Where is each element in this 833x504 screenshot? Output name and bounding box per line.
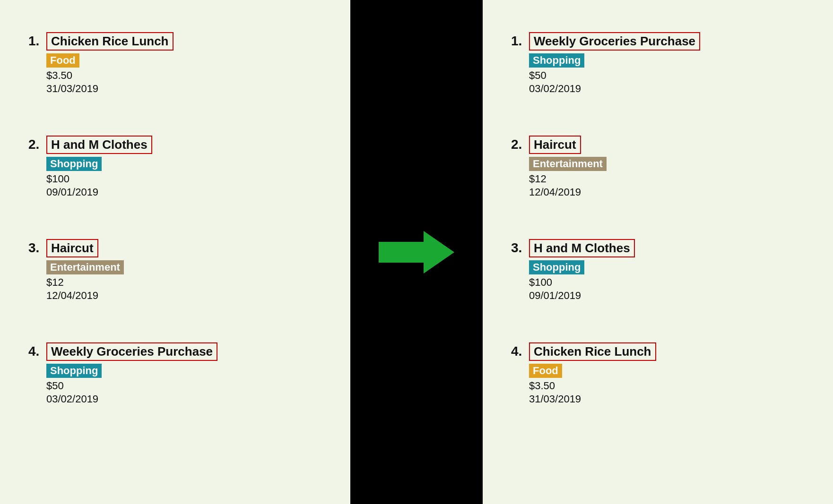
left-panel: 1. Chicken Rice Lunch Food $3.50 31/03/2… <box>0 0 350 504</box>
arrow-section <box>350 0 483 504</box>
item-number: 3. <box>511 240 525 256</box>
item-date: 31/03/2019 <box>529 393 805 405</box>
item-number: 3. <box>28 240 43 256</box>
item-amount: $12 <box>529 173 805 185</box>
list-item: 2. H and M Clothes Shopping $100 09/01/2… <box>19 122 331 212</box>
item-number: 2. <box>511 137 525 152</box>
item-title: Chicken Rice Lunch <box>46 32 174 51</box>
item-number: 4. <box>511 344 525 359</box>
item-number: 1. <box>28 34 43 49</box>
item-category: Shopping <box>529 260 584 274</box>
item-amount: $3.50 <box>529 380 805 392</box>
item-title: H and M Clothes <box>46 136 152 154</box>
item-title: Haircut <box>46 239 98 257</box>
item-title: H and M Clothes <box>529 239 635 257</box>
item-category: Shopping <box>46 364 102 378</box>
item-amount: $12 <box>46 276 322 289</box>
item-title: Haircut <box>529 136 581 154</box>
item-amount: $3.50 <box>46 69 322 82</box>
item-amount: $50 <box>46 380 322 392</box>
item-title: Weekly Groceries Purchase <box>529 32 700 51</box>
list-item: 1. Chicken Rice Lunch Food $3.50 31/03/2… <box>19 19 331 108</box>
item-amount: $50 <box>529 69 805 82</box>
item-category: Food <box>529 364 562 378</box>
list-item: 3. H and M Clothes Shopping $100 09/01/2… <box>502 226 814 315</box>
item-title: Weekly Groceries Purchase <box>46 342 217 361</box>
list-item: 2. Haircut Entertainment $12 12/04/2019 <box>502 122 814 212</box>
item-number: 2. <box>28 137 43 152</box>
item-date: 09/01/2019 <box>529 290 805 302</box>
item-title: Chicken Rice Lunch <box>529 342 656 361</box>
item-date: 12/04/2019 <box>529 186 805 198</box>
item-category: Entertainment <box>46 260 124 274</box>
list-item: 1. Weekly Groceries Purchase Shopping $5… <box>502 19 814 108</box>
right-panel: 1. Weekly Groceries Purchase Shopping $5… <box>483 0 833 504</box>
list-item: 3. Haircut Entertainment $12 12/04/2019 <box>19 226 331 315</box>
item-date: 12/04/2019 <box>46 290 322 302</box>
item-amount: $100 <box>46 173 322 185</box>
item-category: Shopping <box>46 157 102 171</box>
item-number: 1. <box>511 34 525 49</box>
list-item: 4. Weekly Groceries Purchase Shopping $5… <box>19 329 331 419</box>
item-date: 03/02/2019 <box>46 393 322 405</box>
item-date: 31/03/2019 <box>46 83 322 95</box>
right-arrow-icon <box>379 231 454 273</box>
item-number: 4. <box>28 344 43 359</box>
item-category: Entertainment <box>529 157 607 171</box>
item-category: Food <box>46 53 79 68</box>
item-category: Shopping <box>529 53 584 68</box>
list-item: 4. Chicken Rice Lunch Food $3.50 31/03/2… <box>502 329 814 419</box>
item-date: 09/01/2019 <box>46 186 322 198</box>
item-date: 03/02/2019 <box>529 83 805 95</box>
item-amount: $100 <box>529 276 805 289</box>
